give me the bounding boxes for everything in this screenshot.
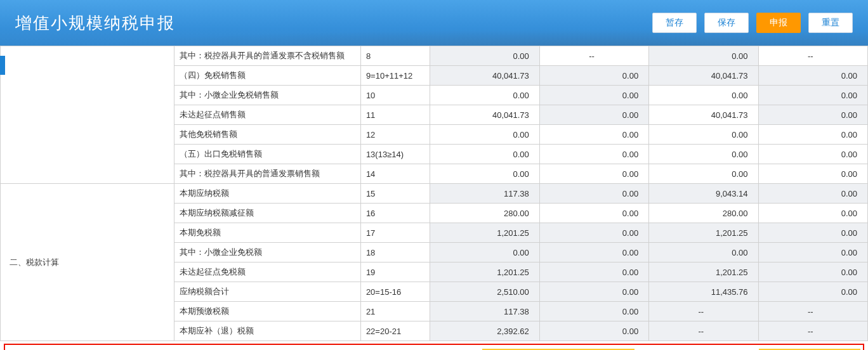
value-cell: 0.00 (758, 223, 867, 243)
row-code: 22=20-21 (360, 321, 430, 341)
row-label: 未达起征点销售额 (174, 105, 360, 125)
value-cell: 117.38 (430, 302, 539, 321)
declarer-info-row: * 是否自行申报： 是 否 * 办理人员身份证件类型： ﹀ * 办理人员身份证件… (4, 344, 864, 350)
row-code: 18 (360, 243, 430, 262)
page-title: 增值小规模纳税申报 (15, 12, 175, 34)
value-cell: 11,435.76 (649, 282, 758, 302)
value-cell: 0.00 (758, 282, 867, 302)
value-cell[interactable]: 0.00 (430, 86, 539, 105)
value-cell: 0.00 (539, 86, 648, 105)
value-cell: 1,201.25 (430, 262, 539, 282)
value-cell: 0.00 (539, 184, 648, 204)
temp-save-button[interactable]: 暂存 (652, 13, 697, 33)
value-cell: 0.00 (758, 184, 867, 204)
value-cell[interactable]: 0.00 (430, 125, 539, 145)
value-cell: -- (758, 302, 867, 321)
value-cell: -- (649, 302, 758, 321)
row-code: 21 (360, 302, 430, 321)
value-cell[interactable]: 0.00 (758, 164, 867, 184)
value-cell: 1,201.25 (649, 262, 758, 282)
value-cell[interactable]: 0.00 (649, 164, 758, 184)
value-cell: -- (539, 46, 648, 66)
row-label: 其中：小微企业免税额 (174, 243, 360, 262)
value-cell: 0.00 (539, 282, 648, 302)
row-code: 8 (360, 46, 430, 66)
row-label: 本期预缴税额 (174, 302, 360, 321)
row-label: 其中：税控器具开具的普通发票不含税销售额 (174, 46, 360, 66)
value-cell: 0.00 (539, 66, 648, 86)
row-label: 未达起征点免税额 (174, 262, 360, 282)
value-cell[interactable]: 0.00 (649, 125, 758, 145)
value-cell[interactable]: 40,041.73 (649, 105, 758, 125)
value-cell: 1,201.25 (649, 223, 758, 243)
value-cell: 0.00 (539, 223, 648, 243)
value-cell: -- (649, 321, 758, 341)
value-cell: 2,392.62 (430, 321, 539, 341)
save-button[interactable]: 保存 (704, 13, 749, 33)
value-cell[interactable]: 0.00 (649, 86, 758, 105)
row-code: 19 (360, 262, 430, 282)
row-code: 14 (360, 164, 430, 184)
value-cell: 2,510.00 (430, 282, 539, 302)
value-cell: 9,043.14 (649, 184, 758, 204)
row-code: 16 (360, 204, 430, 223)
row-code: 17 (360, 223, 430, 243)
section-cell (1, 46, 174, 184)
row-code: 12 (360, 125, 430, 145)
value-cell: 40,041.73 (430, 66, 539, 86)
page-header: 增值小规模纳税申报 暂存 保存 申报 重置 (0, 0, 868, 46)
header-buttons: 暂存 保存 申报 重置 (652, 13, 853, 33)
value-cell: 0.00 (758, 66, 867, 86)
row-label: 其他免税销售额 (174, 125, 360, 145)
reset-button[interactable]: 重置 (808, 13, 853, 33)
value-cell: 0.00 (539, 105, 648, 125)
table-row: 二、税款计算本期应纳税额15117.380.009,043.140.00 (1, 184, 868, 204)
content-area: 其中：税控器具开具的普通发票不含税销售额80.00--0.00--（四）免税销售… (0, 46, 868, 350)
value-cell[interactable]: 0.00 (539, 164, 648, 184)
value-cell: 0.00 (649, 243, 758, 262)
row-code: 13(13≥14) (360, 145, 430, 164)
value-cell[interactable]: 0.00 (539, 145, 648, 164)
value-cell[interactable]: 0.00 (649, 145, 758, 164)
section-cell: 二、税款计算 (1, 184, 174, 341)
value-cell[interactable]: 0.00 (758, 125, 867, 145)
row-label: （五）出口免税销售额 (174, 145, 360, 164)
value-cell: 0.00 (539, 262, 648, 282)
value-cell[interactable]: 0.00 (430, 164, 539, 184)
value-cell[interactable]: 0.00 (758, 204, 867, 223)
value-cell[interactable]: 280.00 (430, 204, 539, 223)
value-cell[interactable]: 0.00 (758, 145, 867, 164)
value-cell: 0.00 (649, 46, 758, 66)
value-cell: 0.00 (539, 302, 648, 321)
value-cell: 0.00 (758, 105, 867, 125)
value-cell: 0.00 (430, 243, 539, 262)
value-cell: 0.00 (430, 46, 539, 66)
row-label: 本期应纳税额减征额 (174, 204, 360, 223)
row-label: （四）免税销售额 (174, 66, 360, 86)
value-cell: 0.00 (539, 321, 648, 341)
value-cell: 117.38 (430, 184, 539, 204)
value-cell: -- (758, 321, 867, 341)
tax-table: 其中：税控器具开具的普通发票不含税销售额80.00--0.00--（四）免税销售… (0, 46, 868, 341)
row-code: 20=15-16 (360, 282, 430, 302)
row-code: 9=10+11+12 (360, 66, 430, 86)
row-label: 本期免税额 (174, 223, 360, 243)
row-code: 15 (360, 184, 430, 204)
value-cell[interactable]: 40,041.73 (430, 105, 539, 125)
value-cell[interactable]: 280.00 (649, 204, 758, 223)
row-code: 11 (360, 105, 430, 125)
submit-button[interactable]: 申报 (756, 13, 801, 33)
row-label: 应纳税额合计 (174, 282, 360, 302)
table-row: 其中：税控器具开具的普通发票不含税销售额80.00--0.00-- (1, 46, 868, 66)
value-cell: 1,201.25 (430, 223, 539, 243)
value-cell[interactable]: 0.00 (430, 145, 539, 164)
row-label: 本期应纳税额 (174, 184, 360, 204)
row-label: 本期应补（退）税额 (174, 321, 360, 341)
value-cell[interactable]: 0.00 (539, 125, 648, 145)
row-label: 其中：小微企业免税销售额 (174, 86, 360, 105)
value-cell: 0.00 (758, 262, 867, 282)
sidebar-tab-indicator[interactable] (0, 56, 5, 75)
row-code: 10 (360, 86, 430, 105)
value-cell[interactable]: 0.00 (539, 204, 648, 223)
value-cell: 0.00 (539, 243, 648, 262)
